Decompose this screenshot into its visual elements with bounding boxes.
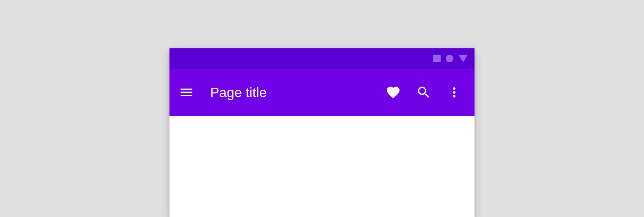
device-frame: Page title [169, 48, 475, 217]
status-triangle-icon [458, 55, 468, 62]
content-area [169, 116, 475, 217]
app-bar: Page title [169, 69, 475, 116]
status-circle-icon [446, 55, 453, 62]
search-button[interactable] [414, 82, 434, 103]
page-title: Page title [210, 85, 383, 100]
menu-button[interactable] [176, 82, 197, 103]
more-vert-icon [447, 85, 462, 100]
search-icon [416, 85, 431, 100]
status-square-icon [433, 55, 441, 62]
favorite-button[interactable] [383, 82, 403, 103]
more-options-button[interactable] [444, 82, 464, 103]
status-bar [169, 48, 475, 69]
heart-icon [386, 85, 401, 100]
action-buttons [383, 82, 464, 103]
hamburger-menu-icon [179, 85, 194, 100]
